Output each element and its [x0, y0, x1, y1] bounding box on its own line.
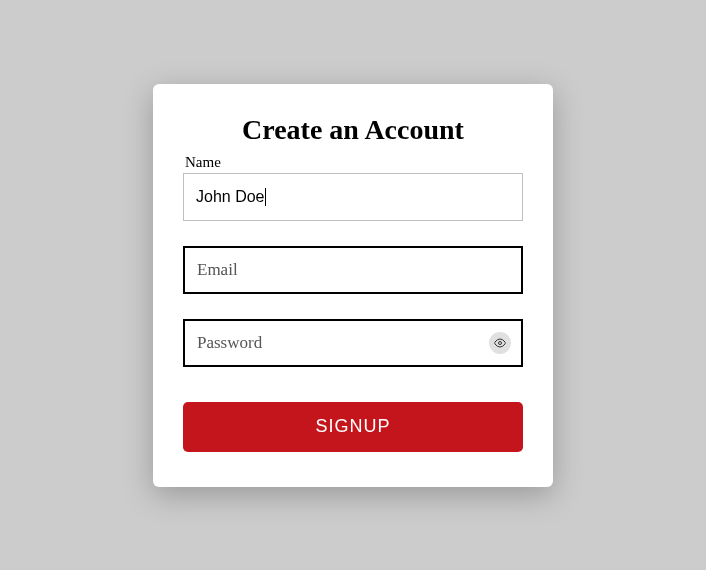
password-input[interactable]: Password	[183, 319, 523, 367]
password-field-group: Password	[183, 319, 523, 367]
page-title: Create an Account	[183, 114, 523, 146]
email-input[interactable]: Email	[183, 246, 523, 294]
email-placeholder: Email	[197, 260, 238, 280]
eye-icon	[494, 337, 506, 349]
name-input-value: John Doe	[196, 188, 265, 206]
svg-point-0	[499, 341, 502, 344]
toggle-password-visibility[interactable]	[489, 332, 511, 354]
signup-card: Create an Account Name John Doe Email Pa…	[153, 84, 553, 487]
name-field-group: Name John Doe	[183, 154, 523, 221]
name-input[interactable]: John Doe	[183, 173, 523, 221]
signup-button[interactable]: SIGNUP	[183, 402, 523, 452]
email-field-group: Email	[183, 246, 523, 294]
name-label: Name	[185, 154, 523, 171]
password-placeholder: Password	[197, 333, 262, 353]
text-cursor	[265, 188, 266, 206]
